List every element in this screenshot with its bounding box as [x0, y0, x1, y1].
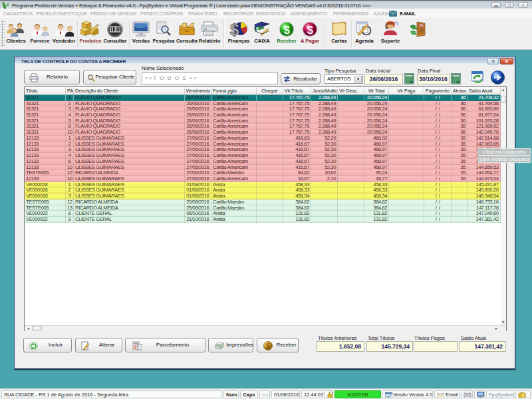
svg-text:EXIT: EXIT — [420, 25, 426, 27]
svg-text:$: $ — [266, 342, 270, 350]
svg-text:$: $ — [230, 21, 239, 38]
svg-text:$: $ — [256, 27, 259, 32]
svg-text:$: $ — [284, 24, 291, 37]
svg-text:$: $ — [307, 24, 314, 37]
